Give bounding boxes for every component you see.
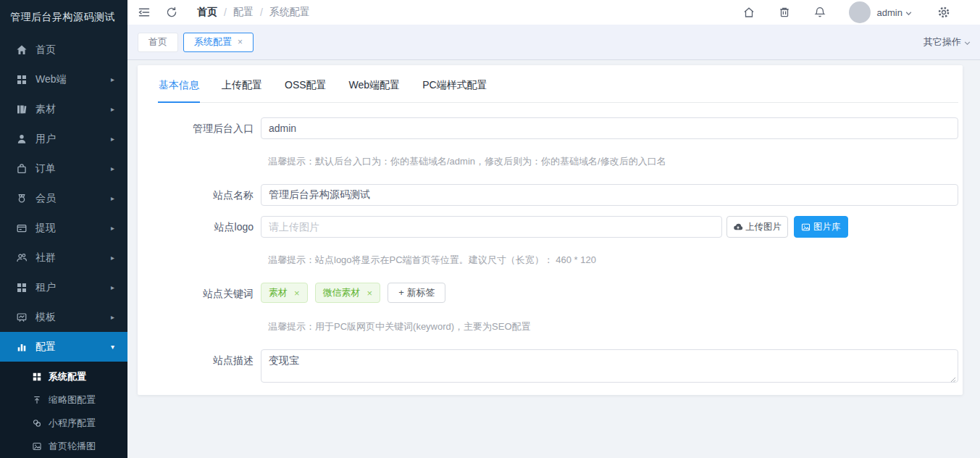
tab-basic-info[interactable]: 基本信息 xyxy=(158,71,200,103)
more-operations-dropdown[interactable]: 其它操作 xyxy=(924,36,971,49)
bell-icon[interactable] xyxy=(813,6,826,19)
sidebar-item-label: 订单 xyxy=(35,162,111,175)
sidebar-item-label: 配置 xyxy=(35,341,111,354)
medal-icon xyxy=(16,193,28,204)
username-label: admin xyxy=(877,7,902,18)
image-gallery-button[interactable]: 图片库 xyxy=(794,216,848,238)
site-keywords-label: 站点关键词 xyxy=(158,283,261,304)
close-icon[interactable]: × xyxy=(238,38,243,46)
sidebar-item-label: 会员 xyxy=(35,192,111,205)
page-tags-bar: 首页 系统配置 × 其它操作 xyxy=(127,25,980,60)
chevron-right-icon: ▸ xyxy=(111,224,114,232)
sidebar-submenu-config: 系统配置 缩略图配置 小程序配置 首页轮播图 xyxy=(0,362,127,458)
chevron-down-icon: ▾ xyxy=(111,343,114,351)
sidebar-item-home[interactable]: 首页 xyxy=(0,35,127,64)
upload-icon xyxy=(32,395,42,405)
sidebar-item-web[interactable]: Web端 ▸ xyxy=(0,64,127,94)
main-area: 首页 / 配置 / 系统配置 admin xyxy=(127,0,980,458)
tab-oss-config[interactable]: OSS配置 xyxy=(284,71,327,102)
collapse-menu-icon[interactable] xyxy=(138,6,151,19)
sidebar-subitem-home-carousel[interactable]: 首页轮播图 xyxy=(0,435,127,458)
chevron-right-icon: ▸ xyxy=(111,194,114,202)
sidebar-subitem-miniprogram-config[interactable]: 小程序配置 xyxy=(0,412,127,435)
sidebar-item-community[interactable]: 社群 ▸ xyxy=(0,243,127,272)
user-icon xyxy=(16,133,28,145)
admin-entry-input[interactable] xyxy=(261,117,958,139)
page-tab-system-config[interactable]: 系统配置 × xyxy=(183,33,254,52)
image-gallery-label: 图片库 xyxy=(813,221,841,233)
sidebar-item-label: 模板 xyxy=(35,311,111,324)
site-logo-input[interactable] xyxy=(261,216,722,238)
sidebar-item-members[interactable]: 会员 ▸ xyxy=(0,183,127,213)
sidebar-item-label: 社群 xyxy=(35,251,111,265)
breadcrumb-item[interactable]: 配置 xyxy=(233,6,254,19)
grid-icon xyxy=(32,372,42,382)
close-icon[interactable]: × xyxy=(294,288,300,298)
sidebar-item-tenants[interactable]: 租户 ▸ xyxy=(0,272,127,302)
content-area: 基本信息 上传配置 OSS配置 Web端配置 PC端样式配置 管理后台入口 温馨… xyxy=(127,60,980,458)
sidebar-item-config[interactable]: 配置 ▾ xyxy=(0,332,127,362)
upload-image-label: 上传图片 xyxy=(745,221,782,233)
tab-pc-style-config[interactable]: PC端样式配置 xyxy=(422,71,487,102)
app-title: 管理后台异构源码测试 xyxy=(0,0,127,35)
breadcrumb-separator: / xyxy=(224,7,227,18)
close-icon[interactable]: × xyxy=(367,288,373,298)
breadcrumb-item[interactable]: 系统配置 xyxy=(269,6,310,19)
settings-card: 基本信息 上传配置 OSS配置 Web端配置 PC端样式配置 管理后台入口 温馨… xyxy=(138,65,963,395)
sidebar-item-withdraw[interactable]: 提现 ▸ xyxy=(0,213,127,243)
breadcrumb-separator: / xyxy=(260,7,263,18)
site-desc-label: 站点描述 xyxy=(158,349,261,371)
bag-icon xyxy=(16,163,28,175)
sidebar-item-material[interactable]: 素材 ▸ xyxy=(0,94,127,124)
user-menu[interactable]: admin xyxy=(877,7,913,18)
chevron-right-icon: ▸ xyxy=(111,75,114,83)
sidebar-subitem-thumbnail-config[interactable]: 缩略图配置 xyxy=(0,388,127,412)
sidebar-subitem-system-config[interactable]: 系统配置 xyxy=(0,365,127,388)
admin-entry-label: 管理后台入口 xyxy=(158,117,261,139)
sidebar-item-users[interactable]: 用户 ▸ xyxy=(0,124,127,154)
site-name-label: 站点名称 xyxy=(158,184,261,206)
breadcrumb-item[interactable]: 首页 xyxy=(197,6,217,19)
sidebar-item-orders[interactable]: 订单 ▸ xyxy=(0,154,127,183)
home-outline-icon[interactable] xyxy=(742,6,755,19)
grid-icon xyxy=(16,74,28,86)
breadcrumb: 首页 / 配置 / 系统配置 xyxy=(197,6,310,19)
sidebar-item-templates[interactable]: 模板 ▸ xyxy=(0,302,127,332)
site-name-input[interactable] xyxy=(261,184,958,206)
site-logo-hint: 温馨提示：站点logo将显示在PC端首页等位置。建议尺寸（长宽）： 460 * … xyxy=(268,254,958,267)
easel-icon xyxy=(16,312,28,323)
sidebar-subitem-label: 缩略图配置 xyxy=(49,394,96,407)
collection-icon xyxy=(16,104,28,115)
upload-image-button[interactable]: 上传图片 xyxy=(726,216,788,238)
sidebar-subitem-label: 小程序配置 xyxy=(49,417,96,430)
chevron-right-icon: ▸ xyxy=(111,283,114,291)
keyword-tag-label: 素材 xyxy=(269,286,288,299)
people-icon xyxy=(16,252,28,264)
sidebar-subitem-label: 系统配置 xyxy=(49,370,86,383)
site-logo-label: 站点logo xyxy=(158,216,261,238)
cloud-upload-icon xyxy=(733,222,743,232)
tab-upload-config[interactable]: 上传配置 xyxy=(221,71,263,102)
chevron-down-icon xyxy=(963,38,971,46)
card-icon xyxy=(16,222,28,234)
home-icon xyxy=(16,44,28,56)
app-root: 管理后台异构源码测试 首页 Web端 ▸ 素材 ▸ 用户 ▸ xyxy=(0,0,980,458)
keyword-tag: 素材 × xyxy=(261,283,308,303)
site-keywords-hint: 温馨提示：用于PC版网页中关键词(keyword)，主要为SEO配置 xyxy=(268,320,958,333)
page-tab-label: 首页 xyxy=(148,36,167,49)
sidebar-menu: 首页 Web端 ▸ 素材 ▸ 用户 ▸ 订单 ▸ xyxy=(0,35,127,458)
bar-chart-icon xyxy=(16,341,28,353)
chevron-right-icon: ▸ xyxy=(111,313,114,321)
tab-web-config[interactable]: Web端配置 xyxy=(348,71,401,102)
chevron-right-icon: ▸ xyxy=(111,105,114,113)
page-tab-home[interactable]: 首页 xyxy=(138,33,178,52)
sidebar-item-label: 首页 xyxy=(35,43,114,57)
trash-icon[interactable] xyxy=(778,6,791,19)
gear-icon[interactable] xyxy=(937,6,950,19)
admin-entry-hint: 温馨提示：默认后台入口为：你的基础域名/admin，修改后则为：你的基础域名/修… xyxy=(268,155,958,168)
page-tab-label: 系统配置 xyxy=(194,36,232,49)
avatar[interactable] xyxy=(849,1,871,23)
site-desc-textarea[interactable]: 变现宝 xyxy=(261,349,958,383)
refresh-icon[interactable] xyxy=(165,6,178,19)
add-tag-button[interactable]: + 新标签 xyxy=(388,283,445,303)
